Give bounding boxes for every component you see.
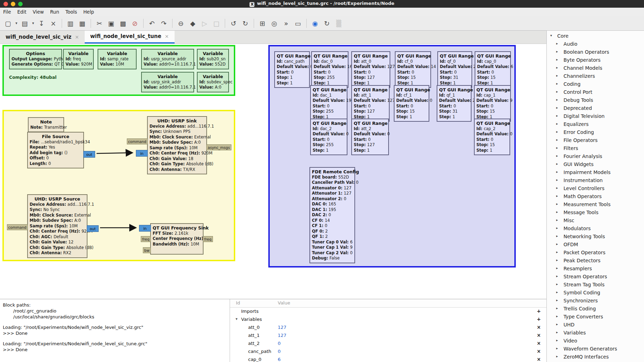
sidebar-item-gui-widgets[interactable]: ▸GUI Widgets	[547, 161, 644, 169]
sidebar-item-core[interactable]: ▾Core	[547, 32, 644, 40]
sidebar-item-math-operators[interactable]: ▸Math Operators	[547, 193, 644, 201]
sidebar-item-audio[interactable]: ▸Audio	[547, 40, 644, 48]
sidebar-item-ofdm[interactable]: ▸OFDM	[547, 241, 644, 249]
hierarchy-icon[interactable]: ⊞	[258, 18, 267, 29]
sidebar-item-channel-models[interactable]: ▸Channel Models	[547, 65, 644, 73]
print-icon[interactable]: ▦	[77, 18, 87, 29]
add-entry-button[interactable]: +	[537, 316, 541, 322]
var-row-att_2[interactable]: att_20×	[230, 340, 546, 348]
close-icon[interactable]: ×	[48, 18, 58, 29]
copy-icon[interactable]: ▣	[106, 18, 116, 29]
sidebar-item-channelizers[interactable]: ▸Channelizers	[547, 73, 644, 81]
block-file_source[interactable]: File SourceFile: ...seband/radio1_bpsk34…	[27, 132, 84, 169]
new-dropdown-caret-icon[interactable]: ▾	[14, 18, 18, 29]
sidebar-item-modulators[interactable]: ▸Modulators	[547, 225, 644, 233]
sidebar-item-video[interactable]: ▸Video	[547, 337, 644, 345]
port-command[interactable]: command	[7, 224, 28, 230]
block-usrp_source[interactable]: UHD: USRP SourceDevice Address: add...11…	[27, 194, 87, 258]
block-qf_0[interactable]: QT GUI RangeId: qf_0Default Value: 2Star…	[437, 51, 472, 88]
block-att_0[interactable]: QT GUI RangeId: att_0Default Value: 127S…	[351, 51, 390, 88]
sidebar-item-message-tools[interactable]: ▸Message Tools	[547, 209, 644, 217]
rotate-ccw-icon[interactable]: ↺	[229, 18, 238, 29]
block-cap_1[interactable]: QT GUI RangeId: cap_1Default Value: 9Sta…	[474, 85, 511, 122]
sidebar-item-peak-detectors[interactable]: ▸Peak Detectors	[547, 257, 644, 265]
paste-icon[interactable]: ▩	[118, 18, 128, 29]
sidebar-item-waveform-generators[interactable]: ▸Waveform Generators	[547, 345, 644, 353]
block-cf_0[interactable]: QT GUI RangeId: cf_0Default Value: 14Sta…	[395, 51, 431, 88]
block-qf_1[interactable]: QT GUI RangeId: qf_1Default Value: 2Star…	[437, 85, 472, 122]
block-var_samp_rate[interactable]: VariableId: samp_rateValue: 10M	[98, 49, 137, 69]
var-row-att_1[interactable]: att_1127×	[230, 332, 546, 340]
port-out[interactable]: out	[87, 225, 99, 232]
block-var_usrp_sink_addr[interactable]: VariableId: usrp_sink_addrValue: addr0=1…	[141, 72, 194, 92]
menu-run[interactable]: Run	[47, 8, 62, 16]
tab-wifi-node-level-sic-tune[interactable]: wifi_node_level_sic_tune×	[85, 31, 175, 44]
remove-entry-button[interactable]: ×	[537, 340, 541, 346]
sidebar-item-level-controllers[interactable]: ▸Level Controllers	[547, 185, 644, 193]
block-usrp_sink[interactable]: UHD: USRP SinkDevice Address: add...116.…	[147, 116, 207, 175]
block-var_usrp_source_addr[interactable]: VariableId: usrp_source_addrValue: addr0…	[141, 49, 194, 69]
save-icon[interactable]: ↧	[37, 18, 46, 29]
rotate-cw-icon[interactable]: ↻	[240, 18, 250, 29]
sidebar-item-misc[interactable]: ▸Misc	[547, 217, 644, 225]
block-qtgui_freq_sink[interactable]: QT GUI Frequency SinkFFT Size: 2.161kCen…	[150, 223, 204, 255]
sidebar-item-fourier-analysis[interactable]: ▸Fourier Analysis	[547, 153, 644, 161]
block-fde_config[interactable]: FDE Remote ConfigFDE board: 552DCancelle…	[309, 167, 355, 263]
block-cf_1[interactable]: QT GUI RangeId: cf_1Default Value: 0Star…	[394, 85, 429, 122]
block-dac_0[interactable]: QT GUI RangeId: dac_0Default Value: 165S…	[311, 51, 348, 88]
sidebar-item-symbol-coding[interactable]: ▸Symbol Coding	[547, 289, 644, 297]
sidebar-item-packet-operators[interactable]: ▸Packet Operators	[547, 249, 644, 257]
menu-file[interactable]: File	[0, 8, 14, 16]
block-var_subdev_spec[interactable]: VariableId: subdev_specValue: A:0	[197, 72, 229, 92]
reload-blocks-icon[interactable]: ◆	[188, 18, 198, 29]
variables-group-variables[interactable]: ▾Variables+	[230, 316, 546, 324]
sidebar-item-variables[interactable]: ▸Variables	[547, 329, 644, 337]
sidebar-item-digital-television[interactable]: ▸Digital Television	[547, 113, 644, 121]
open-flowgraph-icon[interactable]: ▤	[20, 18, 30, 29]
menu-view[interactable]: View	[30, 8, 47, 16]
block-att_1[interactable]: QT GUI RangeId: att_1Default Value: 127S…	[351, 85, 390, 122]
sidebar-item-error-coding[interactable]: ▸Error Coding	[547, 129, 644, 137]
menu-edit[interactable]: Edit	[14, 8, 30, 16]
port-in[interactable]: in	[139, 225, 151, 232]
sidebar-item-file-operators[interactable]: ▸File Operators	[547, 137, 644, 145]
tab-close-icon[interactable]: ×	[165, 33, 169, 39]
redo-icon[interactable]: ↷	[159, 18, 169, 29]
port-in[interactable]: in	[136, 150, 148, 157]
sidebar-item-debug-tools[interactable]: ▸Debug Tools	[547, 97, 644, 105]
port-async_msgs[interactable]: async_msgs	[206, 144, 231, 150]
remove-entry-button[interactable]: ×	[537, 356, 541, 362]
sidebar-item-equalizers[interactable]: ▸Equalizers	[547, 121, 644, 129]
undo-icon[interactable]: ↶	[147, 18, 157, 29]
sidebar-item-boolean-operators[interactable]: ▸Boolean Operators	[547, 48, 644, 56]
sidebar-item-stream-tag-tools[interactable]: ▸Stream Tag Tools	[547, 281, 644, 289]
sidebar-item-instrumentation[interactable]: ▸Instrumentation	[547, 177, 644, 185]
variables-group-imports[interactable]: Imports+	[230, 308, 546, 316]
sidebar-item-synchronizers[interactable]: ▸Synchronizers	[547, 297, 644, 305]
sidebar-item-uhd[interactable]: ▸UHD	[547, 321, 644, 329]
port-bw[interactable]: bw	[143, 247, 151, 253]
port-freq[interactable]: freq	[141, 236, 151, 242]
port-freq[interactable]: freq	[203, 236, 213, 242]
sidebar-item-resamplers[interactable]: ▸Resamplers	[547, 265, 644, 273]
sidebar-item-trellis-coding[interactable]: ▸Trellis Coding	[547, 305, 644, 313]
screen-capture-icon[interactable]: ▭	[293, 18, 303, 29]
block-options[interactable]: OptionsOutput Language: PythonGenerate O…	[9, 49, 62, 69]
flowgraph-canvas[interactable]: Complexity: 48ubal OptionsOutput Languag…	[0, 44, 546, 299]
zoom-icon[interactable]: ◉	[310, 18, 320, 29]
sidebar-item-byte-operators[interactable]: ▸Byte Operators	[547, 56, 644, 65]
remove-entry-button[interactable]: ×	[537, 332, 541, 338]
var-row-canc_path[interactable]: canc_path0×	[230, 348, 546, 356]
sidebar-item-measurement-tools[interactable]: ▸Measurement Tools	[547, 201, 644, 209]
sidebar-item-impairment-models[interactable]: ▸Impairment Models	[547, 169, 644, 177]
remove-entry-button[interactable]: ×	[537, 348, 541, 354]
port-command[interactable]: command	[127, 138, 148, 144]
block-dac_2[interactable]: QT GUI RangeId: dac_2Default Value: 0Sta…	[310, 119, 347, 156]
find-block-icon[interactable]: ◎	[269, 18, 279, 29]
new-flowgraph-icon[interactable]: ▢	[3, 18, 13, 29]
tab-close-icon[interactable]: ×	[75, 34, 79, 40]
sidebar-item-deprecated[interactable]: ▸Deprecated	[547, 105, 644, 113]
sidebar-item-zeromq-interfaces[interactable]: ▸ZeroMQ Interfaces	[547, 353, 644, 361]
block-cap_2[interactable]: QT GUI RangeId: cap_2Default Value: 0Sta…	[474, 119, 510, 156]
delete-icon[interactable]: ⊘	[130, 18, 140, 29]
